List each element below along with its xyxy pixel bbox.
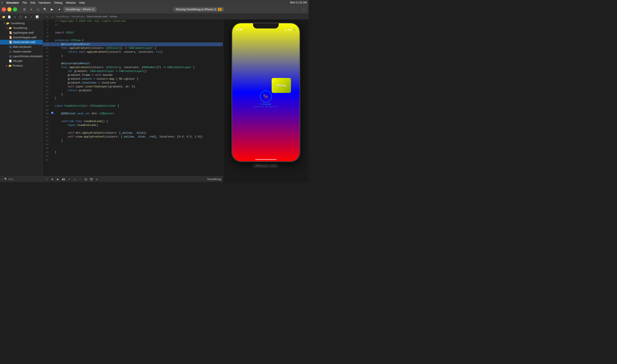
view-debugger-button[interactable]: ▤ [83, 177, 88, 181]
device-name: iPhone 11 [83, 8, 94, 11]
battery-icon: 🔋 [293, 28, 296, 31]
navigator-toggle-button[interactable]: ☰ [22, 7, 27, 12]
tree-item-products[interactable]: ▶ 📂 Products [0, 63, 43, 68]
code-line-15: 15 } [43, 54, 223, 58]
run-button[interactable]: ▶ [49, 6, 55, 13]
nav-debug-icon[interactable]: ▶ [24, 14, 28, 19]
code-line-14: 14 return self.applyGradient(colours: co… [43, 50, 223, 54]
add-button[interactable]: + [45, 177, 49, 181]
plist-icon: 📑 [9, 60, 12, 63]
breadcrumb-sep-2: › [85, 15, 86, 18]
step-into-button[interactable]: ↘ [72, 177, 77, 181]
status-message: Running YoureWrong on iPhone 11 1 [174, 7, 224, 12]
nav-forward-button[interactable]: › [50, 14, 55, 19]
minimize-button[interactable] [7, 7, 12, 12]
hierarchy-button[interactable]: ≡ [28, 7, 34, 12]
search-button[interactable]: 🔍 [42, 7, 48, 12]
menu-edit[interactable]: Edit [30, 1, 35, 4]
code-line-29: 29 [43, 108, 223, 112]
scheme-selector[interactable]: YoureWrong > iPhone 11 [64, 7, 96, 12]
inspector-toggle-button[interactable]: ⋮ [301, 7, 307, 12]
nav-source-icon[interactable]: 📄 [7, 14, 12, 19]
breadcrumb-project[interactable]: YoureWrong [56, 15, 69, 18]
stop-button[interactable]: ■ [56, 6, 62, 13]
tree-label-viewcontroller: ViewController.swift [13, 41, 35, 44]
main-area: 📁 📄 ⚠ ◯ ▶ 🞄 📊 ▼ 📂 YoureWrong ▼ 📂 YoureWr… [0, 14, 308, 182]
code-line-38: 38 [43, 143, 223, 146]
tree-item-appdelegate[interactable]: 📜 AppDelegate.swift [0, 30, 43, 35]
nav-folder-icon[interactable]: 📁 [1, 14, 6, 19]
code-line-27: 27 [43, 100, 223, 104]
add-file-button[interactable]: + [2, 178, 3, 181]
code-line-18: 18 func applyGradient(colours: [UIColor]… [43, 65, 223, 69]
nav-back-button[interactable]: ‹ [45, 14, 49, 19]
swift-file-icon-3: 📜 [9, 41, 12, 44]
nav-breakpoint-icon[interactable]: 🞄 [29, 14, 34, 19]
run-bottom-button[interactable]: ▶ [56, 177, 60, 181]
menu-window[interactable]: Window [66, 1, 76, 4]
filter-label: Filter [8, 178, 13, 181]
process-label: YoureWrong [207, 178, 221, 181]
menu-time: Wed 11:31 AM [290, 1, 307, 4]
breakpoints-button[interactable]: ◇ [35, 7, 41, 12]
tree-item-assets[interactable]: 🎩 Assets.xcassets [0, 49, 43, 54]
code-line-9: 9 import UIKit [43, 31, 223, 35]
menu-help[interactable]: Help [79, 1, 85, 4]
nav-issue-icon[interactable]: ⚠ [13, 14, 17, 19]
tree-item-group[interactable]: ▼ 📂 YoureWrong [0, 26, 43, 30]
code-line-30: 30 @IBOutlet weak var btn: UIButton! [43, 112, 223, 116]
iboutlet-indicator [51, 112, 53, 114]
maximize-button[interactable] [13, 7, 17, 12]
tree-label-scenedelegate: SceneDelegate.swift [13, 36, 36, 39]
scheme-name: YoureWrong [66, 8, 80, 11]
tree-item-viewcontroller[interactable]: 📜 ViewController.swift [0, 40, 43, 45]
code-line-13: 13 func applyGradient(colours: [UIColor]… [43, 46, 223, 50]
code-line-32: 32 override func viewDidLoad() { [43, 119, 223, 123]
nav-test-icon[interactable]: ◯ [18, 14, 23, 19]
tree-item-main-storyboard[interactable]: ▧ Main.storyboard [0, 45, 43, 49]
code-line-7: 7 // [43, 23, 223, 27]
products-icon: 📂 [8, 64, 12, 67]
navigator-footer: + 🔍 Filter [0, 176, 43, 182]
nav-report-icon[interactable]: 📊 [35, 14, 40, 19]
tree-label-group: YoureWrong [13, 26, 27, 29]
project-icon: 📂 [6, 22, 10, 25]
tree-item-root[interactable]: ▼ 📂 YoureWrong [0, 21, 43, 26]
code-line-24: 24 return gradient [43, 89, 223, 92]
menu-debug[interactable]: Debug [54, 1, 62, 4]
issues-button[interactable]: ■ [50, 177, 54, 181]
code-line-40: 40 } [43, 150, 223, 154]
scheme-separator-icon: > [80, 8, 82, 11]
code-line-21: 21 gradient.colors = colours.map { $0.cg… [43, 77, 223, 81]
pause-button[interactable]: ▮▮ [61, 177, 66, 181]
wifi-icon: ▲ [284, 28, 287, 31]
tree-item-launch-storyboard[interactable]: ▧ LaunchScreen.storyboard [0, 54, 43, 59]
tree-label-infoplist: Info.plist [13, 60, 23, 63]
simulate-button[interactable]: 📷 [89, 177, 94, 181]
apple-logo-icon[interactable]:  [2, 1, 3, 4]
iphone-status-icons: ▲ ●●● 🔋 [284, 28, 296, 31]
tree-item-infoplist[interactable]: 📑 Info.plist [0, 59, 43, 63]
close-button[interactable] [2, 7, 6, 12]
filter-button[interactable]: 🔍 Filter [4, 178, 13, 181]
wrong-button[interactable]: Wrong [272, 78, 291, 93]
menu-hardware[interactable]: Hardware [39, 1, 51, 4]
storyboard-icon-2: ▧ [9, 55, 12, 58]
location-button[interactable]: ⚹ [95, 177, 99, 181]
step-out-button[interactable]: ↑ [78, 177, 82, 181]
menu-file[interactable]: File [23, 1, 27, 4]
code-line-36: 36 self.view.applyGradient(colours: [.ye… [43, 135, 223, 139]
step-over-button[interactable]: ↗ [67, 177, 71, 181]
status-bar-center: Running YoureWrong on iPhone 11 1 [98, 7, 300, 12]
tree-item-scenedelegate[interactable]: 📜 SceneDelegate.swift [0, 35, 43, 40]
code-line-19: 19 let gradient: CAGradientLayer = CAGra… [43, 69, 223, 73]
menu-simulator[interactable]: Simulator [6, 1, 19, 4]
breadcrumb-symbol[interactable]: UIView [110, 15, 117, 18]
code-editor[interactable]: 6 // Copyright © 2019 XIO. All rights re… [43, 19, 223, 176]
breadcrumb-file[interactable]: ViewController.swift [87, 15, 107, 18]
breadcrumb-group[interactable]: YoureWrong [71, 15, 84, 18]
code-line-20: 20 gradient.frame = self.bounds [43, 73, 223, 77]
code-line-22: 22 gradient.locations = locations [43, 81, 223, 85]
simulator-watermark: 🐂 小牛知识库 XIAO NIU ZHI SHI KU [254, 91, 278, 108]
tree-label-assets: Assets.xcassets [13, 50, 31, 53]
